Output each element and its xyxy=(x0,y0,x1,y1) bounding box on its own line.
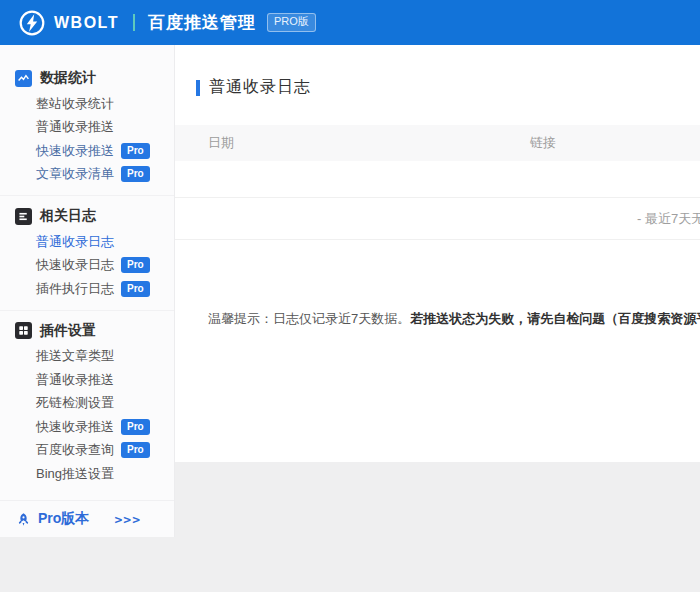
sidebar-item-push-post-types[interactable]: 推送文章类型 xyxy=(0,345,174,369)
sidebar-item-plugin-exec-log[interactable]: 插件执行日志 Pro xyxy=(0,277,174,301)
pro-badge: Pro xyxy=(121,166,150,182)
page-title: 普通收录日志 xyxy=(209,77,311,98)
sidebar-item-site-index-stats[interactable]: 整站收录统计 xyxy=(0,92,174,116)
sidebar-item-normal-index-log[interactable]: 普通收录日志 xyxy=(0,230,174,254)
header-divider xyxy=(133,14,135,31)
sidebar-section-plugin-settings: 插件设置 xyxy=(0,317,174,345)
item-label: 插件执行日志 xyxy=(36,280,114,298)
item-label: 普通收录推送 xyxy=(36,371,114,389)
top-header: WBOLT 百度推送管理 PRO版 xyxy=(0,0,700,45)
pro-version-link[interactable]: Pro版本 >>> xyxy=(0,500,174,537)
tip-text: 温馨提示：日志仅记录近7天数据。若推送状态为失败，请先自检问题（百度搜索资源平台… xyxy=(208,309,700,329)
sidebar-item-dead-link-check-settings[interactable]: 死链检测设置 xyxy=(0,392,174,416)
brand-name: WBOLT xyxy=(54,14,119,32)
item-label: 快速收录推送 xyxy=(36,418,114,436)
item-label: 快速收录推送 xyxy=(36,142,114,160)
title-accent-bar xyxy=(196,80,200,96)
section-title: 数据统计 xyxy=(40,69,96,87)
column-header-link: 链接 xyxy=(530,134,556,152)
item-label: 文章收录清单 xyxy=(36,165,114,183)
item-label: 普通收录推送 xyxy=(36,118,114,136)
rocket-icon xyxy=(16,512,31,527)
item-label: 推送文章类型 xyxy=(36,347,114,365)
tip-normal: 温馨提示：日志仅记录近7天数据。 xyxy=(208,311,410,326)
sidebar-item-normal-push-settings[interactable]: 普通收录推送 xyxy=(0,368,174,392)
log-list-icon xyxy=(15,208,32,225)
sidebar-item-baidu-index-query[interactable]: 百度收录查询 Pro xyxy=(0,439,174,463)
item-label: 百度收录查询 xyxy=(36,441,114,459)
sidebar-section-logs: 相关日志 xyxy=(0,202,174,230)
empty-message: - 最近7天无推送记录 - xyxy=(637,210,700,228)
pro-badge: Pro xyxy=(121,257,150,273)
sidebar-item-fast-push-settings[interactable]: 快速收录推送 Pro xyxy=(0,415,174,439)
item-label: 死链检测设置 xyxy=(36,394,114,412)
column-header-date: 日期 xyxy=(175,134,530,152)
table-empty-message-row: - 最近7天无推送记录 - xyxy=(175,198,700,240)
sidebar-item-fast-index-log[interactable]: 快速收录日志 Pro xyxy=(0,254,174,278)
wbolt-bolt-logo-icon xyxy=(19,10,45,36)
log-table: 日期 链接 - 最近7天无推送记录 - xyxy=(175,125,700,240)
line-chart-icon xyxy=(15,70,32,87)
main-content: 普通收录日志 日期 链接 - 最近7天无推送记录 - 温馨提示：日志仅记录近7天… xyxy=(175,45,700,462)
sidebar-divider xyxy=(0,310,174,311)
pro-badge: Pro xyxy=(121,442,150,458)
item-label: 普通收录日志 xyxy=(36,233,114,251)
item-label: 整站收录统计 xyxy=(36,95,114,113)
sidebar-item-article-index-list[interactable]: 文章收录清单 Pro xyxy=(0,163,174,187)
pro-badge: Pro xyxy=(121,281,150,297)
page-title-row: 普通收录日志 xyxy=(196,77,700,98)
sidebar-item-bing-push-settings[interactable]: Bing推送设置 xyxy=(0,462,174,486)
section-title: 插件设置 xyxy=(40,322,96,340)
table-header-row: 日期 链接 xyxy=(175,125,700,161)
tip-bold: 若推送状态为失败，请先自检问题（百度搜索资源平台认证域名与网站实际域名 xyxy=(410,311,700,326)
sidebar-divider xyxy=(0,195,174,196)
sidebar-item-fast-index-push[interactable]: 快速收录推送 Pro xyxy=(0,139,174,163)
app-title: 百度推送管理 xyxy=(148,11,256,34)
table-row xyxy=(175,161,700,198)
pro-version-badge: PRO版 xyxy=(267,13,316,31)
item-label: Bing推送设置 xyxy=(36,465,114,483)
sidebar-nav: 数据统计 整站收录统计 普通收录推送 快速收录推送 Pro 文章收录清单 Pro… xyxy=(0,45,175,537)
sidebar-item-normal-index-push[interactable]: 普通收录推送 xyxy=(0,116,174,140)
pro-badge: Pro xyxy=(121,143,150,159)
grid-icon xyxy=(15,322,32,339)
item-label: 快速收录日志 xyxy=(36,256,114,274)
chevron-right-arrows: >>> xyxy=(115,512,141,527)
pro-version-label: Pro版本 xyxy=(38,510,89,528)
section-title: 相关日志 xyxy=(40,207,96,225)
pro-badge: Pro xyxy=(121,419,150,435)
sidebar-section-data-stats: 数据统计 xyxy=(0,64,174,92)
